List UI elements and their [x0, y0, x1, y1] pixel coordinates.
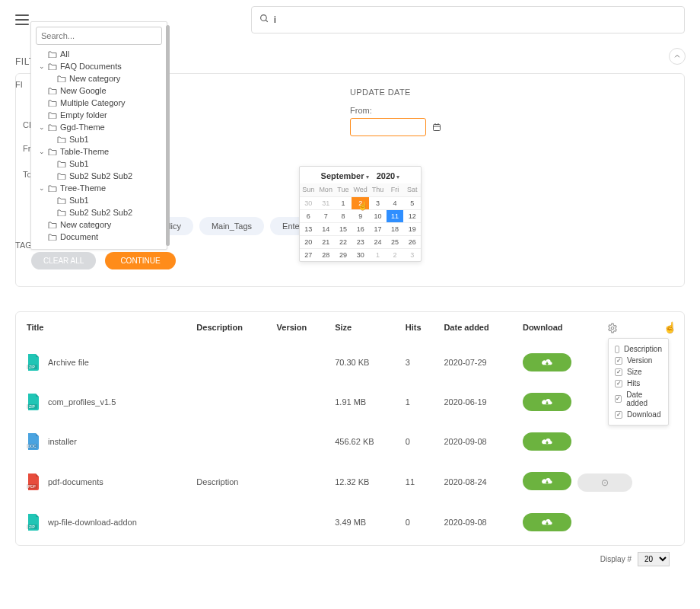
calendar-day[interactable]: 12: [403, 209, 421, 222]
th-title[interactable]: Title: [16, 312, 190, 343]
calendar-day[interactable]: 19: [403, 222, 421, 235]
column-toggle-row[interactable]: Description: [615, 343, 662, 355]
calendar-year[interactable]: 2020: [377, 171, 400, 180]
calendar-day[interactable]: 3: [369, 196, 387, 209]
calendar-day[interactable]: 11: [387, 209, 404, 222]
calendar-day[interactable]: 3: [403, 248, 421, 261]
calendar-day[interactable]: 30: [300, 196, 317, 209]
th-hits[interactable]: Hits: [399, 312, 438, 343]
column-toggle-row[interactable]: ✓Date added: [615, 389, 662, 409]
calendar-day[interactable]: 9: [352, 209, 369, 222]
tree-node[interactable]: All: [36, 48, 162, 60]
tree-node[interactable]: Empty folder: [36, 109, 162, 121]
tree-node[interactable]: Sub2 Sub2 Sub2: [36, 170, 162, 182]
calendar-day[interactable]: 1: [335, 196, 352, 209]
file-title[interactable]: pdf-documents: [48, 477, 103, 486]
calendar-day[interactable]: 27: [300, 248, 317, 261]
download-button[interactable]: [523, 472, 571, 490]
calendar-day[interactable]: 15: [335, 222, 352, 235]
tree-node[interactable]: ⌄Table-Theme: [36, 145, 162, 158]
folder-icon: [48, 99, 57, 107]
calendar-day[interactable]: 2: [387, 248, 404, 261]
calendar-day[interactable]: 2: [352, 196, 369, 209]
calendar-day[interactable]: 10: [369, 209, 387, 222]
column-toggle-label: Download: [627, 410, 660, 419]
download-button[interactable]: [523, 393, 571, 411]
chevron-down-icon[interactable]: ⌄: [39, 148, 45, 155]
scroll-top-button[interactable]: [669, 48, 686, 65]
th-size[interactable]: Size: [329, 312, 399, 343]
calendar-icon[interactable]: [431, 121, 443, 133]
tag-pill[interactable]: Main_Tags: [199, 217, 264, 235]
calendar-day[interactable]: 16: [352, 222, 369, 235]
th-description[interactable]: Description: [190, 312, 270, 343]
calendar-day[interactable]: 14: [317, 222, 335, 235]
column-toggle-row[interactable]: ✓Size: [615, 366, 662, 378]
calendar-day[interactable]: 23: [352, 235, 369, 248]
tree-node[interactable]: New category: [36, 218, 162, 231]
tree-node[interactable]: Multiple Category: [36, 97, 162, 109]
calendar-day[interactable]: 22: [335, 235, 352, 248]
calendar-day[interactable]: 1: [369, 248, 387, 261]
calendar-day[interactable]: 17: [369, 222, 387, 235]
svg-point-6: [611, 327, 614, 330]
continue-button[interactable]: CONTINUE: [105, 252, 175, 269]
tree-node[interactable]: ⌄FAQ Documents: [36, 60, 162, 72]
update-from-input[interactable]: [350, 118, 426, 136]
chevron-down-icon[interactable]: ⌄: [39, 184, 45, 192]
calendar-day[interactable]: 30: [352, 248, 369, 261]
file-title[interactable]: wp-file-download-addon: [48, 518, 137, 527]
calendar-day[interactable]: 20: [300, 235, 317, 248]
calendar-day[interactable]: 5: [403, 196, 421, 209]
th-date[interactable]: Date added: [438, 312, 517, 343]
calendar-day[interactable]: 26: [403, 235, 421, 248]
download-button[interactable]: [523, 353, 571, 371]
file-title[interactable]: installer: [48, 437, 77, 446]
th-version[interactable]: Version: [271, 312, 329, 343]
clear-all-button[interactable]: CLEAR ALL: [31, 252, 96, 269]
gear-icon[interactable]: [607, 323, 619, 335]
column-toggle-row[interactable]: ✓Version: [615, 355, 662, 366]
tree-node[interactable]: Sub1: [36, 194, 162, 206]
tree-node-label: Ggd-Theme: [60, 123, 105, 132]
calendar-day[interactable]: 6: [300, 209, 317, 222]
tree-node[interactable]: ⌄Ggd-Theme: [36, 121, 162, 133]
tree-scrollbar[interactable]: [166, 25, 170, 246]
tree-node[interactable]: ⌄Tree-Theme: [36, 182, 162, 194]
from-partial: Fr: [23, 144, 30, 153]
tree-node[interactable]: Sub1: [36, 133, 162, 145]
tree-node-label: Table-Theme: [60, 147, 109, 156]
calendar-day[interactable]: 7: [317, 209, 335, 222]
pager-select[interactable]: 20: [638, 552, 670, 566]
calendar-day[interactable]: 4: [387, 196, 404, 209]
preview-button[interactable]: ⊙: [578, 473, 632, 492]
calendar-day[interactable]: 25: [387, 235, 404, 248]
menu-toggle[interactable]: [15, 14, 29, 25]
calendar-day[interactable]: 18: [387, 222, 404, 235]
folder-icon: [57, 172, 66, 180]
tree-node[interactable]: New Google: [36, 84, 162, 97]
tree-node[interactable]: Sub1: [36, 158, 162, 170]
tree-search-input[interactable]: [36, 27, 162, 45]
calendar-day[interactable]: 21: [317, 235, 335, 248]
tree-node[interactable]: Document: [36, 231, 162, 243]
calendar-day[interactable]: 8: [335, 209, 352, 222]
download-button[interactable]: [523, 513, 571, 531]
column-toggle-row[interactable]: ✓Download: [615, 409, 662, 420]
calendar-day[interactable]: 24: [369, 235, 387, 248]
column-toggle-row[interactable]: ✓Hits: [615, 378, 662, 389]
calendar-day[interactable]: 29: [335, 248, 352, 261]
calendar-day[interactable]: 13: [300, 222, 317, 235]
file-title[interactable]: com_profiles_v1.5: [48, 397, 116, 407]
calendar-day[interactable]: 31: [317, 196, 335, 209]
tree-node[interactable]: Sub2 Sub2 Sub2: [36, 206, 162, 218]
main-search-input[interactable]: [274, 14, 676, 25]
file-icon: ZIP: [27, 354, 40, 371]
chevron-down-icon[interactable]: ⌄: [39, 123, 45, 131]
file-title[interactable]: Archive file: [48, 358, 89, 367]
download-button[interactable]: [523, 432, 571, 451]
calendar-month[interactable]: September: [321, 171, 369, 180]
chevron-down-icon[interactable]: ⌄: [39, 62, 45, 70]
calendar-day[interactable]: 28: [317, 248, 335, 261]
tree-node[interactable]: New category: [36, 72, 162, 84]
